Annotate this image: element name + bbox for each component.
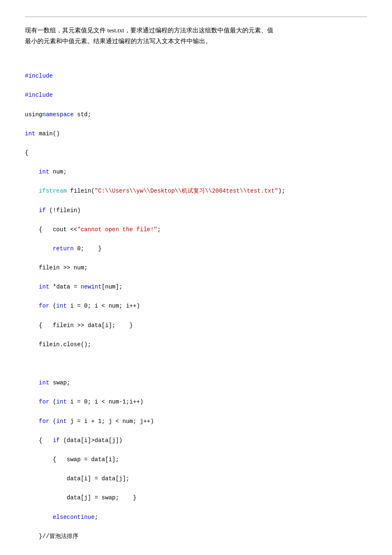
code-line-blank1 bbox=[25, 359, 367, 369]
code-line-13: for (int i = 0; i < num; i++) bbox=[25, 301, 367, 311]
code-line-6: int num; bbox=[25, 167, 367, 177]
code-line-15: filein.close(); bbox=[25, 340, 367, 350]
code-line-24: elsecontinue; bbox=[25, 513, 367, 522]
code-line-12: int *data = newint[num]; bbox=[25, 282, 367, 292]
int-num: int bbox=[39, 169, 49, 175]
description-text: 现有一数组，其元素值见文件 test.txt，要求通过编程的方法求出这组数中值最… bbox=[25, 25, 367, 46]
desc-line1: 现有一数组，其元素值见文件 test.txt，要求通过编程的方法求出这组数中值最… bbox=[25, 25, 367, 36]
desc-line2: 最小的元素和中值元素。结果通过编程的方法写入文本文件中输出。 bbox=[25, 36, 367, 47]
code-line-20: { if (data[i]>data[j]) bbox=[25, 436, 367, 445]
preprocessor-include2: #include bbox=[25, 92, 53, 98]
int-keyword: int bbox=[25, 130, 35, 137]
code-line-25: }//冒泡法排序 bbox=[25, 532, 367, 541]
code-line-17: int swap; bbox=[25, 378, 367, 388]
using-namespace: usingnamespace std; bbox=[25, 111, 91, 118]
code-line-21: { swap = data[i]; bbox=[25, 455, 367, 465]
preprocessor-include1: #include bbox=[25, 73, 53, 79]
code-line-18: for (int i = 0; i < num-1;i++) bbox=[25, 397, 367, 407]
code-line-19: for (int j = i + 1; j < num; j++) bbox=[25, 417, 367, 426]
code-line-7: ifstream filein("C:\\Users\\yw\\Desktop\… bbox=[25, 186, 367, 196]
ifstream-kw: ifstream bbox=[39, 188, 67, 194]
code-block: #include #include usingnamespace std; in… bbox=[25, 52, 367, 555]
code-line-9: { cout <<"cannot open the file!"; bbox=[25, 225, 367, 235]
code-line-14: { filein >> data[i]; } bbox=[25, 321, 367, 330]
code-line-11: filein >> num; bbox=[25, 263, 367, 273]
code-line-23: data[j] = swap; } bbox=[25, 493, 367, 503]
code-line-2: #include bbox=[25, 90, 367, 100]
filein-path: "C:\\Users\\yw\\Desktop\\机试复习\\2004test\… bbox=[95, 188, 278, 194]
code-line-22: data[i] = data[j]; bbox=[25, 474, 367, 484]
code-line-blank2 bbox=[25, 551, 367, 555]
code-line-8: if (!filein) bbox=[25, 206, 367, 215]
code-line-1: #include bbox=[25, 71, 367, 81]
code-line-5: { bbox=[25, 148, 367, 158]
top-divider bbox=[25, 17, 367, 17]
code-line-10: return 0; } bbox=[25, 244, 367, 254]
code-line-3: usingnamespace std; bbox=[25, 110, 367, 120]
code-line-4: int main() bbox=[25, 129, 367, 139]
